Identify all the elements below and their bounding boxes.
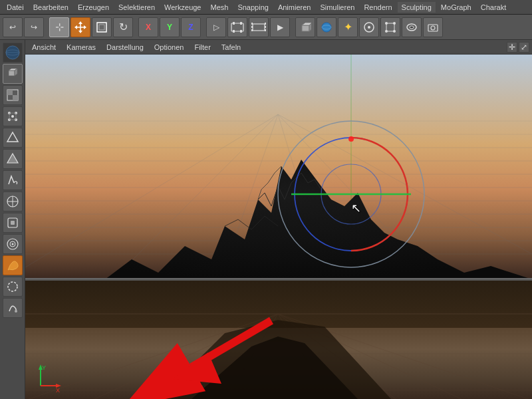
sphere-button[interactable]: [317, 17, 336, 37]
vp-menu-optionen[interactable]: Optionen: [152, 42, 187, 53]
svg-marker-54: [7, 132, 18, 142]
viewport-canvas[interactable]: ↖: [25, 55, 532, 399]
undo-icon: ↩: [9, 23, 16, 32]
play-icon: ▶: [277, 23, 283, 32]
toolbar: ↩ ↪ ⊹ ↻ X Y Z ▷: [0, 15, 532, 40]
svg-rect-18: [265, 26, 266, 28]
menu-simulieren[interactable]: Simulieren: [316, 2, 358, 13]
menu-erzeugen[interactable]: Erzeugen: [74, 2, 113, 13]
svg-rect-7: [99, 25, 104, 30]
sb-tool13-button[interactable]: [3, 298, 23, 318]
viewport-mode-button[interactable]: [3, 43, 23, 63]
scale-icon: [96, 21, 108, 33]
key-button[interactable]: ▷: [206, 17, 226, 37]
light-icon: ✦: [344, 21, 352, 33]
sphere-icon: [321, 21, 332, 33]
vp-menu-tafeln[interactable]: Tafeln: [219, 42, 243, 53]
svg-rect-10: [240, 22, 242, 25]
filmstrip-button[interactable]: [249, 17, 269, 37]
object-button[interactable]: [359, 17, 379, 37]
svg-point-23: [322, 23, 331, 32]
menu-bearbeiten[interactable]: Bearbeiten: [29, 2, 72, 13]
sb-paint-button[interactable]: [3, 170, 23, 190]
annotation-arrow-svg: [25, 281, 532, 399]
camera-button[interactable]: [423, 17, 443, 37]
play-button[interactable]: ▶: [270, 17, 290, 37]
svg-rect-43: [7, 90, 13, 95]
toolbar-sep-4: [291, 17, 294, 37]
svg-rect-20: [302, 25, 309, 31]
sb-texture-button[interactable]: [3, 85, 23, 105]
sb-tool10-button[interactable]: [3, 234, 23, 254]
sb-faces-button[interactable]: [3, 149, 23, 169]
move-button[interactable]: [70, 17, 90, 37]
svg-rect-15: [251, 26, 253, 28]
lattice-button[interactable]: [380, 17, 400, 37]
svg-point-30: [385, 30, 388, 33]
svg-rect-12: [240, 30, 242, 33]
tool13-icon: [6, 301, 19, 315]
svg-rect-39: [9, 70, 15, 76]
perspective-viewport[interactable]: ↖: [25, 55, 532, 279]
sidebar: [0, 40, 25, 399]
sb-model-button[interactable]: [3, 64, 23, 84]
svg-text:Y: Y: [42, 364, 46, 371]
menu-datei[interactable]: Datei: [3, 2, 28, 13]
torus-button[interactable]: [402, 17, 422, 37]
vp-menu-ansicht[interactable]: Ansicht: [29, 42, 59, 53]
light-button[interactable]: ✦: [338, 17, 358, 37]
sb-tool12-button[interactable]: [3, 277, 23, 297]
sb-points-button[interactable]: [3, 106, 23, 126]
nav-expand-button[interactable]: ⤢: [519, 42, 529, 53]
svg-point-49: [11, 115, 14, 118]
redo-button[interactable]: ↪: [24, 17, 44, 37]
svg-rect-60: [11, 221, 15, 225]
select-button[interactable]: ⊹: [49, 17, 69, 37]
camera-icon: [427, 21, 439, 33]
vp-menu-filter[interactable]: Filter: [192, 42, 213, 53]
svg-marker-4: [74, 25, 77, 29]
svg-marker-55: [7, 154, 18, 163]
mountain-shape: [25, 55, 532, 279]
svg-rect-6: [97, 23, 106, 32]
sb-tool8-button[interactable]: [3, 192, 23, 211]
z-axis-button[interactable]: Z: [181, 17, 201, 37]
vp-menu-kameras[interactable]: Kameras: [64, 42, 98, 53]
svg-marker-2: [78, 21, 82, 24]
lattice-icon: [384, 21, 396, 33]
film-button[interactable]: [227, 17, 247, 37]
menu-animieren[interactable]: Animieren: [274, 2, 315, 13]
menu-selektieren[interactable]: Selektieren: [114, 2, 159, 13]
menu-werkzeuge[interactable]: Werkzeuge: [160, 2, 205, 13]
svg-point-31: [393, 30, 396, 33]
vp-menu-darstellung[interactable]: Darstellung: [104, 42, 146, 53]
svg-point-29: [393, 22, 396, 25]
faces-icon: [6, 152, 19, 166]
sb-tool9-button[interactable]: [3, 213, 23, 233]
svg-point-64: [8, 282, 17, 291]
floor-viewport[interactable]: Y X: [25, 279, 532, 399]
menu-mograph[interactable]: MoGraph: [437, 2, 475, 13]
menu-sculpting[interactable]: Sculpting: [398, 2, 436, 13]
menu-snapping[interactable]: Snapping: [233, 2, 273, 13]
tool10-icon: [6, 237, 19, 251]
object-icon: [363, 21, 375, 33]
sculpt-icon: [6, 259, 19, 272]
y-axis-button[interactable]: Y: [160, 17, 180, 37]
rotate-button[interactable]: ↻: [113, 17, 133, 37]
cube-button[interactable]: [295, 17, 315, 37]
select-icon: ⊹: [55, 21, 64, 33]
sb-sculpt-button[interactable]: [3, 255, 23, 275]
menu-rendern[interactable]: Rendern: [360, 2, 396, 13]
move-icon: [74, 21, 86, 33]
x-axis-button[interactable]: X: [138, 17, 158, 37]
undo-button[interactable]: ↩: [3, 17, 23, 37]
nav-fit-button[interactable]: ✛: [507, 42, 517, 53]
sb-edges-button[interactable]: [3, 128, 23, 148]
tool8-icon: [6, 195, 19, 208]
scale-button[interactable]: [92, 17, 112, 37]
y-axis-icon: Y: [167, 23, 172, 32]
menu-charakt[interactable]: Charakt: [477, 2, 511, 13]
menu-mesh[interactable]: Mesh: [206, 2, 232, 13]
svg-rect-11: [233, 30, 235, 33]
